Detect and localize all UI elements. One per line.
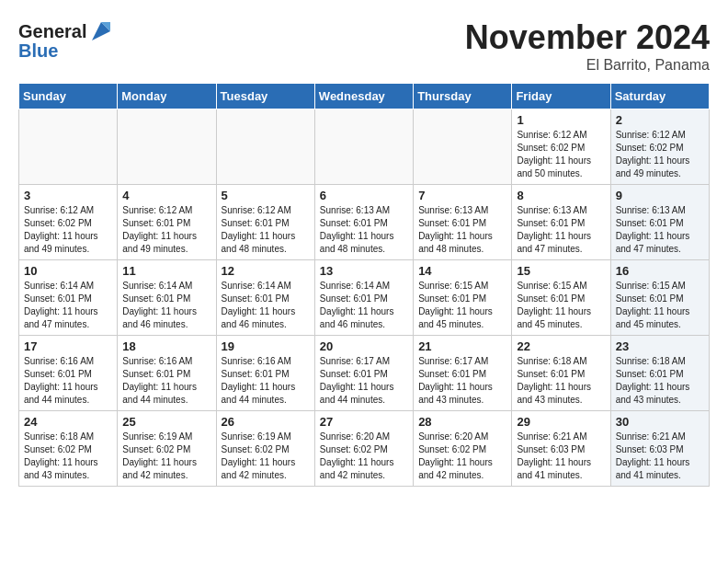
day-number: 9 [616, 189, 704, 202]
day-number: 20 [320, 339, 408, 353]
day-number: 6 [320, 189, 408, 202]
cell-content: Sunrise: 6:18 AM Sunset: 6:01 PM Dayligh… [616, 355, 704, 407]
location: El Barrito, Panama [465, 57, 710, 74]
cell-content: Sunrise: 6:20 AM Sunset: 6:02 PM Dayligh… [320, 431, 408, 482]
day-number: 19 [222, 339, 310, 353]
day-number: 22 [517, 339, 605, 353]
weekday-tuesday: Tuesday [216, 84, 314, 109]
cell-content: Sunrise: 6:16 AM Sunset: 6:01 PM Dayligh… [222, 355, 310, 407]
calendar-cell [314, 109, 413, 185]
calendar-cell: 5Sunrise: 6:12 AM Sunset: 6:01 PM Daylig… [216, 185, 314, 260]
day-number: 24 [24, 415, 112, 429]
week-row-5: 24Sunrise: 6:18 AM Sunset: 6:02 PM Dayli… [19, 411, 710, 487]
title-area: November 2024 El Barrito, Panama [465, 18, 710, 74]
calendar-cell: 20Sunrise: 6:17 AM Sunset: 6:01 PM Dayli… [314, 336, 413, 411]
calendar-cell: 15Sunrise: 6:15 AM Sunset: 6:01 PM Dayli… [512, 260, 610, 336]
cell-content: Sunrise: 6:16 AM Sunset: 6:01 PM Dayligh… [122, 355, 210, 407]
cell-content: Sunrise: 6:13 AM Sunset: 6:01 PM Dayligh… [418, 204, 506, 256]
cell-content: Sunrise: 6:14 AM Sunset: 6:01 PM Dayligh… [24, 280, 112, 331]
weekday-thursday: Thursday [414, 84, 512, 109]
cell-content: Sunrise: 6:16 AM Sunset: 6:01 PM Dayligh… [24, 355, 112, 407]
calendar-table: SundayMondayTuesdayWednesdayThursdayFrid… [18, 83, 710, 487]
calendar-cell: 11Sunrise: 6:14 AM Sunset: 6:01 PM Dayli… [118, 260, 216, 336]
week-row-4: 17Sunrise: 6:16 AM Sunset: 6:01 PM Dayli… [19, 336, 710, 411]
cell-content: Sunrise: 6:17 AM Sunset: 6:01 PM Dayligh… [418, 355, 506, 407]
weekday-friday: Friday [512, 84, 610, 109]
calendar-cell: 24Sunrise: 6:18 AM Sunset: 6:02 PM Dayli… [19, 411, 118, 487]
cell-content: Sunrise: 6:19 AM Sunset: 6:02 PM Dayligh… [222, 431, 310, 482]
cell-content: Sunrise: 6:12 AM Sunset: 6:01 PM Dayligh… [122, 204, 210, 256]
calendar-cell: 28Sunrise: 6:20 AM Sunset: 6:02 PM Dayli… [414, 411, 512, 487]
cell-content: Sunrise: 6:20 AM Sunset: 6:02 PM Dayligh… [418, 431, 506, 482]
calendar-cell: 19Sunrise: 6:16 AM Sunset: 6:01 PM Dayli… [216, 336, 314, 411]
calendar-cell: 2Sunrise: 6:12 AM Sunset: 6:02 PM Daylig… [610, 109, 709, 185]
calendar-cell: 8Sunrise: 6:13 AM Sunset: 6:01 PM Daylig… [512, 185, 610, 260]
cell-content: Sunrise: 6:12 AM Sunset: 6:02 PM Dayligh… [517, 129, 605, 180]
calendar-cell: 14Sunrise: 6:15 AM Sunset: 6:01 PM Dayli… [414, 260, 512, 336]
day-number: 17 [24, 339, 112, 353]
cell-content: Sunrise: 6:15 AM Sunset: 6:01 PM Dayligh… [517, 280, 605, 331]
day-number: 11 [122, 264, 210, 278]
weekday-monday: Monday [118, 84, 216, 109]
weekday-saturday: Saturday [610, 84, 709, 109]
week-row-1: 1Sunrise: 6:12 AM Sunset: 6:02 PM Daylig… [19, 109, 710, 185]
calendar-cell [216, 109, 314, 185]
calendar-cell: 29Sunrise: 6:21 AM Sunset: 6:03 PM Dayli… [512, 411, 610, 487]
calendar-cell: 13Sunrise: 6:14 AM Sunset: 6:01 PM Dayli… [314, 260, 413, 336]
weekday-wednesday: Wednesday [314, 84, 413, 109]
day-number: 23 [616, 339, 704, 353]
day-number: 27 [320, 415, 408, 429]
day-number: 30 [616, 415, 704, 429]
day-number: 25 [122, 415, 210, 429]
cell-content: Sunrise: 6:21 AM Sunset: 6:03 PM Dayligh… [517, 431, 605, 482]
page-header: General Blue November 2024 El Barrito, P… [18, 18, 710, 74]
cell-content: Sunrise: 6:12 AM Sunset: 6:02 PM Dayligh… [24, 204, 112, 256]
day-number: 18 [122, 339, 210, 353]
cell-content: Sunrise: 6:18 AM Sunset: 6:02 PM Dayligh… [24, 431, 112, 482]
week-row-2: 3Sunrise: 6:12 AM Sunset: 6:02 PM Daylig… [19, 185, 710, 260]
cell-content: Sunrise: 6:14 AM Sunset: 6:01 PM Dayligh… [122, 280, 210, 331]
cell-content: Sunrise: 6:14 AM Sunset: 6:01 PM Dayligh… [222, 280, 310, 331]
cell-content: Sunrise: 6:21 AM Sunset: 6:03 PM Dayligh… [616, 431, 704, 482]
month-title: November 2024 [465, 18, 710, 57]
cell-content: Sunrise: 6:18 AM Sunset: 6:01 PM Dayligh… [517, 355, 605, 407]
calendar-cell: 9Sunrise: 6:13 AM Sunset: 6:01 PM Daylig… [610, 185, 709, 260]
day-number: 2 [616, 113, 704, 127]
cell-content: Sunrise: 6:17 AM Sunset: 6:01 PM Dayligh… [320, 355, 408, 407]
calendar-cell [19, 109, 118, 185]
calendar-cell: 30Sunrise: 6:21 AM Sunset: 6:03 PM Dayli… [610, 411, 709, 487]
calendar-cell: 4Sunrise: 6:12 AM Sunset: 6:01 PM Daylig… [118, 185, 216, 260]
day-number: 16 [616, 264, 704, 278]
cell-content: Sunrise: 6:13 AM Sunset: 6:01 PM Dayligh… [320, 204, 408, 256]
calendar-cell: 21Sunrise: 6:17 AM Sunset: 6:01 PM Dayli… [414, 336, 512, 411]
cell-content: Sunrise: 6:12 AM Sunset: 6:01 PM Dayligh… [222, 204, 310, 256]
cell-content: Sunrise: 6:15 AM Sunset: 6:01 PM Dayligh… [616, 280, 704, 331]
weekday-header-row: SundayMondayTuesdayWednesdayThursdayFrid… [19, 84, 710, 109]
calendar-cell: 16Sunrise: 6:15 AM Sunset: 6:01 PM Dayli… [610, 260, 709, 336]
calendar-cell: 6Sunrise: 6:13 AM Sunset: 6:01 PM Daylig… [314, 185, 413, 260]
day-number: 21 [418, 339, 506, 353]
day-number: 1 [517, 113, 605, 127]
calendar-cell: 3Sunrise: 6:12 AM Sunset: 6:02 PM Daylig… [19, 185, 118, 260]
calendar-cell [118, 109, 216, 185]
cell-content: Sunrise: 6:13 AM Sunset: 6:01 PM Dayligh… [517, 204, 605, 256]
calendar-cell: 27Sunrise: 6:20 AM Sunset: 6:02 PM Dayli… [314, 411, 413, 487]
day-number: 4 [122, 189, 210, 202]
day-number: 28 [418, 415, 506, 429]
calendar-cell: 17Sunrise: 6:16 AM Sunset: 6:01 PM Dayli… [19, 336, 118, 411]
cell-content: Sunrise: 6:12 AM Sunset: 6:02 PM Dayligh… [616, 129, 704, 180]
day-number: 8 [517, 189, 605, 202]
cell-content: Sunrise: 6:14 AM Sunset: 6:01 PM Dayligh… [320, 280, 408, 331]
day-number: 13 [320, 264, 408, 278]
logo-blue: Blue [18, 40, 58, 62]
calendar-cell: 10Sunrise: 6:14 AM Sunset: 6:01 PM Dayli… [19, 260, 118, 336]
calendar-cell: 1Sunrise: 6:12 AM Sunset: 6:02 PM Daylig… [512, 109, 610, 185]
cell-content: Sunrise: 6:15 AM Sunset: 6:01 PM Dayligh… [418, 280, 506, 331]
day-number: 26 [222, 415, 310, 429]
day-number: 3 [24, 189, 112, 202]
calendar-cell: 12Sunrise: 6:14 AM Sunset: 6:01 PM Dayli… [216, 260, 314, 336]
day-number: 5 [222, 189, 310, 202]
calendar-cell: 23Sunrise: 6:18 AM Sunset: 6:01 PM Dayli… [610, 336, 709, 411]
logo-text: General [18, 20, 86, 42]
calendar-cell: 25Sunrise: 6:19 AM Sunset: 6:02 PM Dayli… [118, 411, 216, 487]
